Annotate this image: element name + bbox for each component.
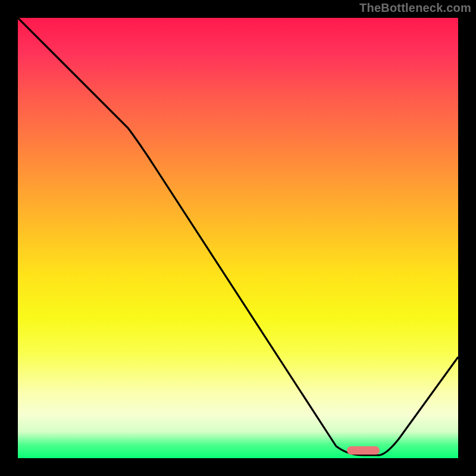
chart-plot-area (18, 18, 458, 458)
watermark-text: TheBottleneck.com (359, 1, 471, 15)
bottleneck-curve (18, 18, 458, 458)
curve-path (18, 18, 458, 455)
optimal-marker (347, 446, 380, 455)
